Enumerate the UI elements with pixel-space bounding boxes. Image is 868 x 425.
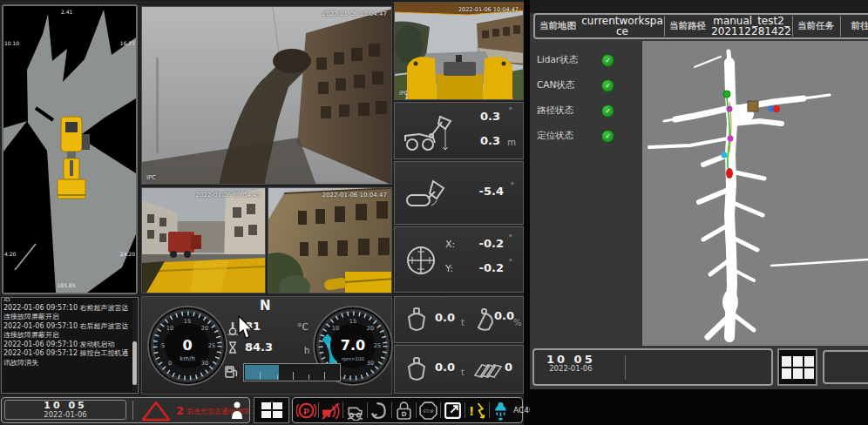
svg-text:D: D xyxy=(401,410,406,418)
svg-text:24.20: 24.20 xyxy=(120,251,135,257)
camera-rear[interactable]: 2022-01-06 10:04:47 IPC xyxy=(394,2,524,100)
status-bar-left: 10 05 2022-01-06 2 后激光雷达通信故障 xyxy=(1,397,250,423)
bucket-angle-unit: ° xyxy=(511,181,515,190)
waypoint-red xyxy=(773,105,780,112)
current-map-label: 当前地图 xyxy=(535,20,580,32)
attitude-y-value: -0.2 xyxy=(469,261,504,274)
operator-icon[interactable] xyxy=(231,401,243,420)
total-load-row: 0.0 t 0 xyxy=(394,345,524,394)
hydraulic-lock-icon: D xyxy=(394,401,414,421)
bucket-weight-value: 0.0 xyxy=(435,311,455,324)
log-entry: 启 xyxy=(2,297,138,304)
nav-layout-grid-button[interactable] xyxy=(777,348,817,386)
fuel-level-bar xyxy=(243,363,341,381)
svg-text:15: 15 xyxy=(184,318,191,325)
lidar-map-panel[interactable]: 2.41 10.10 16.77 4.20 24.20 185.85 xyxy=(2,4,138,294)
bucket-count-value: 0 xyxy=(505,361,512,374)
goto-button[interactable]: 前往 xyxy=(841,20,868,32)
svg-text:!: ! xyxy=(469,403,474,417)
svg-text:STOP: STOP xyxy=(423,409,434,414)
air-conditioner-icon xyxy=(492,401,512,421)
svg-text:2.41: 2.41 xyxy=(61,9,73,15)
status-label: 定位状态 xyxy=(537,130,601,142)
ultrasonic-fault-icon xyxy=(321,401,341,421)
status-ok-icon: ✓ xyxy=(601,79,614,92)
status-label: 路径状态 xyxy=(537,105,601,117)
attitude-telemetry-row: X: -0.2 ° Y: -0.2 ° xyxy=(394,226,524,293)
camera-rear-image xyxy=(395,3,524,100)
bucket-count-icon xyxy=(473,360,503,381)
camera-front-image xyxy=(142,7,392,185)
gear-indicator: N xyxy=(260,298,271,314)
attitude-y-label: Y: xyxy=(445,263,453,274)
total-weight-icon xyxy=(405,356,428,382)
svg-text:16.77: 16.77 xyxy=(120,40,135,46)
current-path-value: manual_test2_202112281422 xyxy=(710,16,792,37)
anti-slip-icon xyxy=(345,401,365,421)
loader-boom-icon xyxy=(402,113,452,152)
current-map-value: currentworkspace xyxy=(580,16,664,37)
vehicle-marker xyxy=(748,101,758,111)
nav-extra-button[interactable] xyxy=(823,350,868,384)
grid-icon xyxy=(261,402,282,418)
status-row-localization: 定位状态 ✓ xyxy=(537,124,640,148)
total-weight-value: 0.0 xyxy=(435,361,455,374)
waypoint-green xyxy=(723,91,730,98)
nav-bottom-strip xyxy=(530,389,868,425)
alarm-count: 2 xyxy=(176,404,184,417)
load-panel: 0.0 t 0.0 % 0.0 t xyxy=(394,296,524,395)
dashboard-panel: N 0 5 10 15 20 25 30 0 km/h xyxy=(141,296,392,395)
work-hours-icon xyxy=(227,341,238,354)
status-label: Lidar状态 xyxy=(537,54,601,66)
status-ok-icon: ✓ xyxy=(601,105,614,118)
bucket-fill-unit: % xyxy=(513,318,522,327)
fuel-icon xyxy=(224,364,239,379)
log-scrollbar-thumb[interactable] xyxy=(132,341,137,385)
svg-text:km/h: km/h xyxy=(180,355,195,362)
goal-marker xyxy=(726,168,733,179)
lidar-map-canvas: 2.41 10.10 16.77 4.20 24.20 185.85 xyxy=(3,6,136,293)
nav-top-strip xyxy=(530,0,868,13)
bucket-angle-value: -5.4 xyxy=(469,185,504,198)
nav-clock-box: 10 05 2022-01-06 xyxy=(532,348,773,386)
svg-text:30: 30 xyxy=(367,360,374,367)
camera-rear-timestamp: 2022-01-06 10:04:47 xyxy=(458,6,519,13)
mission-header: 当前地图 currentworkspace 当前路径 manual_test2_… xyxy=(533,13,868,39)
attitude-reticle-icon xyxy=(405,245,437,276)
camera-rear-source-label: IPC xyxy=(399,90,408,97)
camera-side-right[interactable]: 2022-01-06 10:04:47 xyxy=(268,187,392,293)
svg-text:15: 15 xyxy=(349,318,356,325)
current-task-label: 当前任务 xyxy=(793,20,838,32)
svg-text:0: 0 xyxy=(182,337,192,354)
parking-brake-icon: P xyxy=(296,401,316,421)
svg-text:185.85: 185.85 xyxy=(58,282,76,288)
svg-text:20: 20 xyxy=(201,325,208,332)
log-entry: 2022-01-06 09:57:10 发动机启动 xyxy=(2,341,138,350)
attitude-x-label: X: xyxy=(445,239,455,250)
indicator-light-bar: P D STOP xyxy=(292,397,523,423)
status-row-can: CAN状态 ✓ xyxy=(537,73,640,98)
log-entry: 2022-01-06 09:57:12 操控台工控机通讯故障消失 xyxy=(2,349,138,368)
log-entry: 2022-01-06 09:57:10 右前超声波雷达连接故障屏蔽开启 xyxy=(2,304,138,322)
attitude-x-value: -0.2 xyxy=(469,237,504,250)
svg-text:5: 5 xyxy=(161,342,165,349)
camera-side-right-image xyxy=(268,188,392,293)
svg-text:25: 25 xyxy=(374,342,381,349)
bucket-tilt-icon xyxy=(405,178,445,209)
camera-front-timestamp: 2022-01-06 10:04:47 xyxy=(322,10,387,17)
clock-date: 2022-01-06 xyxy=(44,410,86,419)
camera-side-left[interactable]: 2022-01-06 10:04:47 xyxy=(141,187,266,293)
event-log-panel[interactable]: 启 2022-01-06 09:57:10 右前超声波雷达连接故障屏蔽开启 20… xyxy=(1,297,139,394)
bucket-fill-icon xyxy=(473,308,496,331)
route-map-canvas[interactable] xyxy=(642,41,868,346)
work-hours-value: 84.3 xyxy=(245,341,273,354)
fuel-level xyxy=(245,365,279,380)
svg-text:0: 0 xyxy=(168,360,172,367)
camera-front[interactable]: 2022-01-06 10:04:47 IPC xyxy=(141,6,392,185)
bucket-telemetry-row: -5.4 ° xyxy=(394,161,524,225)
attitude-x-unit: ° xyxy=(509,233,513,242)
waypoint-purple xyxy=(727,106,733,112)
layout-grid-button[interactable] xyxy=(254,397,289,423)
svg-text:10.10: 10.10 xyxy=(4,40,19,46)
log-scrollbar-track[interactable] xyxy=(132,300,137,391)
